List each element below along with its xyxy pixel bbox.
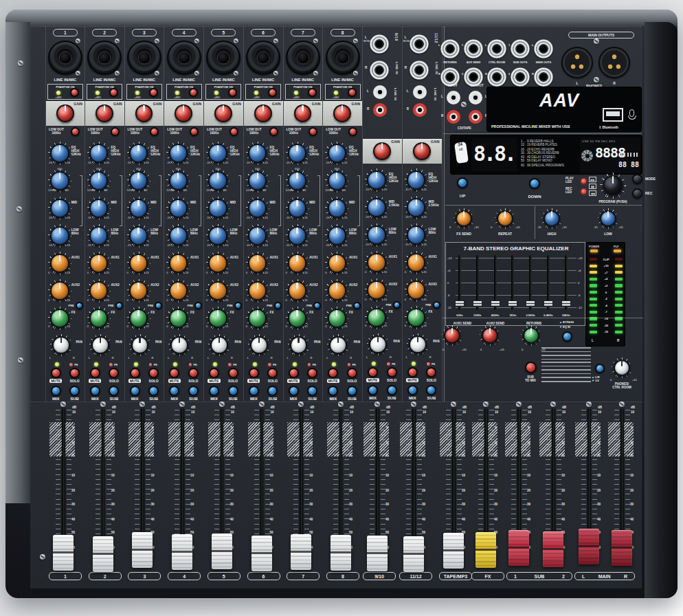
aux2-send-knob[interactable] xyxy=(480,325,500,346)
ch5-mute-button[interactable] xyxy=(209,368,219,378)
9/10-solo-button[interactable] xyxy=(387,367,397,377)
fader-cap-2[interactable] xyxy=(93,536,113,572)
ch2-phantom-button[interactable] xyxy=(109,88,118,97)
ch5-solo-button[interactable] xyxy=(228,368,238,378)
ch6-gain-knob[interactable] xyxy=(252,102,274,124)
ch2-mix-button[interactable] xyxy=(90,386,100,396)
usb-port[interactable] xyxy=(603,108,623,122)
ch5-sub-button[interactable] xyxy=(228,386,238,396)
ch3-mix-button[interactable] xyxy=(130,386,140,396)
ch6-sub-button[interactable] xyxy=(267,386,278,396)
ch5-phantom-button[interactable] xyxy=(228,88,237,97)
ch5-pre-button[interactable] xyxy=(234,302,242,309)
fader-cap-11/12[interactable] xyxy=(403,536,424,572)
11/12-mix-button[interactable] xyxy=(407,385,418,395)
ch2-pan-knob[interactable] xyxy=(89,334,111,356)
ch5-gain-knob[interactable] xyxy=(212,102,234,124)
ch2-lowcut-button[interactable] xyxy=(111,127,120,136)
fader-cap-8[interactable] xyxy=(331,535,351,571)
aux1-send-knob[interactable] xyxy=(442,325,462,346)
ch1-lowcut-button[interactable] xyxy=(71,127,80,136)
ch1-pre-button[interactable] xyxy=(76,302,83,309)
ch2-sub-button[interactable] xyxy=(109,386,119,396)
ch4-gain-knob[interactable] xyxy=(172,102,194,124)
ch8-phantom-button[interactable] xyxy=(348,88,357,97)
ch7-pan-knob[interactable] xyxy=(288,334,310,356)
ch7-solo-button[interactable] xyxy=(307,368,317,378)
fader-cap-sub-2[interactable] xyxy=(543,531,563,567)
repeat-knob[interactable] xyxy=(495,208,515,229)
geq-band-slider[interactable] xyxy=(544,300,553,307)
11/12-solo-button[interactable] xyxy=(426,367,436,377)
ch3-phantom-button[interactable] xyxy=(149,88,158,97)
ch8-lowcut-button[interactable] xyxy=(348,127,357,136)
9/10-mute-button[interactable] xyxy=(368,367,378,377)
fader-cap-main-l[interactable] xyxy=(579,529,599,564)
ch6-mix-button[interactable] xyxy=(249,386,259,396)
fader-cap-sub-1[interactable] xyxy=(508,530,529,566)
fader-cap-6[interactable] xyxy=(251,536,272,571)
ch4-mix-button[interactable] xyxy=(169,386,179,396)
9/10-pan-knob[interactable] xyxy=(367,333,389,355)
ch8-gain-knob[interactable] xyxy=(331,102,353,124)
ch4-sub-button[interactable] xyxy=(188,386,199,396)
ch4-mute-button[interactable] xyxy=(169,368,179,378)
low-knob[interactable] xyxy=(598,208,618,229)
ch7-gain-knob[interactable] xyxy=(292,102,314,124)
ch3-solo-button[interactable] xyxy=(148,368,159,378)
ch5-pan-knob[interactable] xyxy=(208,334,230,356)
ch6-lowcut-button[interactable] xyxy=(269,127,278,136)
fader-cap-9/10[interactable] xyxy=(367,536,388,571)
ch6-phantom-button[interactable] xyxy=(268,88,277,97)
ch8-pan-knob[interactable] xyxy=(327,334,349,356)
ch6-mute-button[interactable] xyxy=(249,368,259,378)
ch2-gain-knob[interactable] xyxy=(93,102,115,124)
fader-cap-FX[interactable] xyxy=(475,532,496,568)
meter-source-button[interactable] xyxy=(595,364,605,373)
ch8-mix-button[interactable] xyxy=(328,386,338,396)
ch8-mute-button[interactable] xyxy=(328,368,338,378)
ch7-phantom-button[interactable] xyxy=(308,88,317,97)
11/12-pan-knob[interactable] xyxy=(407,333,429,355)
geq-band-slider[interactable] xyxy=(473,300,482,307)
ch6-solo-button[interactable] xyxy=(267,368,278,378)
ch1-mix-button[interactable] xyxy=(51,386,61,396)
ch5-lowcut-button[interactable] xyxy=(229,127,238,136)
down-button[interactable] xyxy=(529,178,540,189)
ch5-mix-button[interactable] xyxy=(209,386,219,396)
fader-cap-3[interactable] xyxy=(132,532,153,568)
ch1-solo-button[interactable] xyxy=(69,368,80,378)
ch1-sub-button[interactable] xyxy=(69,386,80,396)
up-button[interactable] xyxy=(457,177,468,188)
ch2-solo-button[interactable] xyxy=(109,368,119,378)
program-knob[interactable] xyxy=(600,173,626,199)
ch6-pre-button[interactable] xyxy=(274,302,282,309)
geq-band-slider[interactable] xyxy=(491,300,500,307)
geq-band-slider[interactable] xyxy=(508,300,517,307)
fader-cap-4[interactable] xyxy=(172,534,192,570)
returns-knob[interactable] xyxy=(521,325,541,346)
mode-button[interactable] xyxy=(632,174,642,184)
9/10-sub-button[interactable] xyxy=(387,385,397,395)
ch4-solo-button[interactable] xyxy=(188,368,199,378)
ch3-mute-button[interactable] xyxy=(130,368,140,378)
ch4-phantom-button[interactable] xyxy=(189,88,198,97)
9/10-pre-button[interactable] xyxy=(393,301,401,309)
11/12-pre-button[interactable] xyxy=(433,301,440,309)
ch1-mute-button[interactable] xyxy=(51,368,61,378)
9/10-gain-knob[interactable] xyxy=(371,140,393,162)
11/12-sub-button[interactable] xyxy=(426,385,436,395)
ch7-sub-button[interactable] xyxy=(307,386,317,396)
11/12-gain-knob[interactable] xyxy=(411,140,433,162)
ch8-solo-button[interactable] xyxy=(347,368,357,378)
ch6-pan-knob[interactable] xyxy=(248,334,270,356)
rec-button[interactable] xyxy=(632,188,642,199)
ch8-sub-button[interactable] xyxy=(347,386,357,396)
phones-level-knob[interactable] xyxy=(612,358,632,378)
ch2-pre-button[interactable] xyxy=(115,302,123,309)
sub-to-mix-button[interactable] xyxy=(525,362,537,373)
ch3-gain-knob[interactable] xyxy=(133,102,155,124)
geq-band-slider[interactable] xyxy=(526,300,535,307)
ch1-phantom-button[interactable] xyxy=(70,88,79,97)
ch3-lowcut-button[interactable] xyxy=(150,127,159,136)
